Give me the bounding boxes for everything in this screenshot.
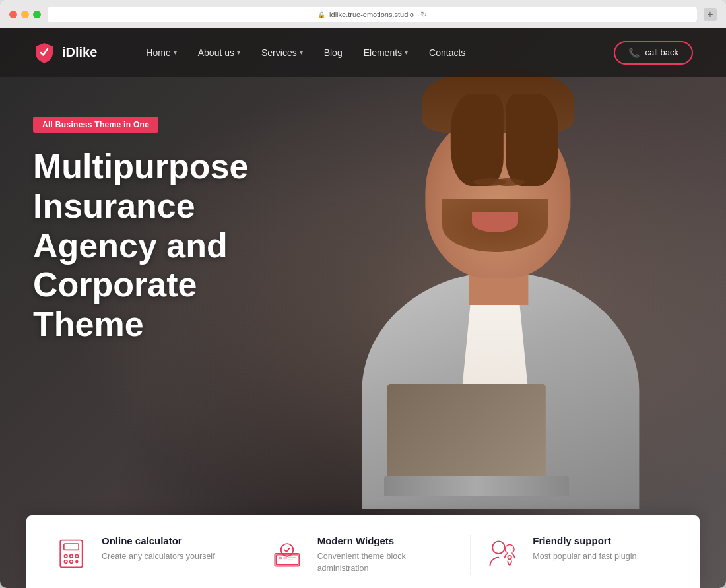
svg-rect-1	[64, 544, 79, 550]
nav-elements[interactable]: Elements ▾	[354, 42, 417, 63]
support-text: Friendly support Most popular and fast p…	[533, 535, 636, 563]
new-tab-button[interactable]: +	[704, 8, 717, 21]
traffic-lights	[9, 11, 41, 18]
address-bar[interactable]: 🔒 idlike.true-emotions.studio ↻	[48, 7, 697, 22]
svg-rect-11	[279, 556, 282, 559]
calculator-icon	[53, 535, 90, 572]
website-content: iDlike Home ▾ About us ▾ Services ▾	[0, 28, 726, 588]
svg-point-2	[64, 554, 67, 558]
nav-links: Home ▾ About us ▾ Services ▾ Blog	[137, 42, 614, 63]
close-button[interactable]	[9, 11, 17, 18]
lock-icon: 🔒	[317, 11, 325, 18]
hero-title: Multipurpose Insurance Agency and Corpor…	[33, 147, 337, 344]
calculator-text: Online calculator Create any calculators…	[102, 535, 215, 563]
services-chevron: ▾	[300, 49, 303, 56]
svg-rect-12	[283, 556, 287, 559]
svg-rect-14	[288, 559, 293, 560]
widgets-text: Modern Widgets Convenient theme block ad…	[317, 535, 457, 575]
about-chevron: ▾	[237, 49, 240, 56]
feature-cards: Online calculator Create any calculators…	[26, 515, 700, 589]
svg-rect-13	[288, 556, 296, 558]
home-chevron: ▾	[174, 49, 177, 56]
svg-point-10	[280, 544, 293, 556]
refresh-icon[interactable]: ↻	[420, 10, 427, 19]
nav-contacts[interactable]: Contacts	[420, 42, 475, 63]
hero-content: All Business Theme in One Multipurpose I…	[0, 77, 726, 515]
widgets-icon	[269, 535, 306, 572]
callback-button[interactable]: 📞 call back	[614, 41, 693, 65]
phone-icon: 📞	[628, 48, 640, 58]
logo[interactable]: iDlike	[33, 42, 97, 64]
nav-services[interactable]: Services ▾	[252, 42, 312, 63]
navbar: iDlike Home ▾ About us ▾ Services ▾	[0, 28, 726, 77]
feature-card-support: Friendly support Most popular and fast p…	[471, 535, 686, 572]
svg-point-5	[64, 560, 67, 563]
logo-icon	[33, 42, 55, 64]
logo-text: iDlike	[62, 45, 97, 60]
nav-blog[interactable]: Blog	[315, 42, 352, 63]
maximize-button[interactable]	[33, 11, 41, 18]
elements-chevron: ▾	[405, 49, 408, 56]
svg-point-7	[75, 560, 79, 563]
url-text: idlike.true-emotions.studio	[329, 11, 414, 18]
hero-section: iDlike Home ▾ About us ▾ Services ▾	[0, 28, 726, 588]
svg-point-16	[508, 555, 512, 559]
svg-point-4	[75, 554, 79, 558]
support-icon	[484, 535, 521, 572]
nav-home[interactable]: Home ▾	[137, 42, 185, 63]
svg-point-3	[70, 554, 73, 558]
browser-chrome: 🔒 idlike.true-emotions.studio ↻ +	[0, 0, 726, 28]
feature-card-calculator: Online calculator Create any calculators…	[40, 535, 255, 572]
browser-window: 🔒 idlike.true-emotions.studio ↻ +	[0, 0, 726, 588]
hero-badge: All Business Theme in One	[33, 117, 158, 133]
feature-card-widgets: Modern Widgets Convenient theme block ad…	[255, 535, 471, 575]
minimize-button[interactable]	[21, 11, 29, 18]
svg-point-15	[492, 541, 505, 554]
nav-about[interactable]: About us ▾	[189, 42, 249, 63]
svg-rect-8	[275, 554, 299, 566]
svg-point-6	[70, 560, 73, 563]
